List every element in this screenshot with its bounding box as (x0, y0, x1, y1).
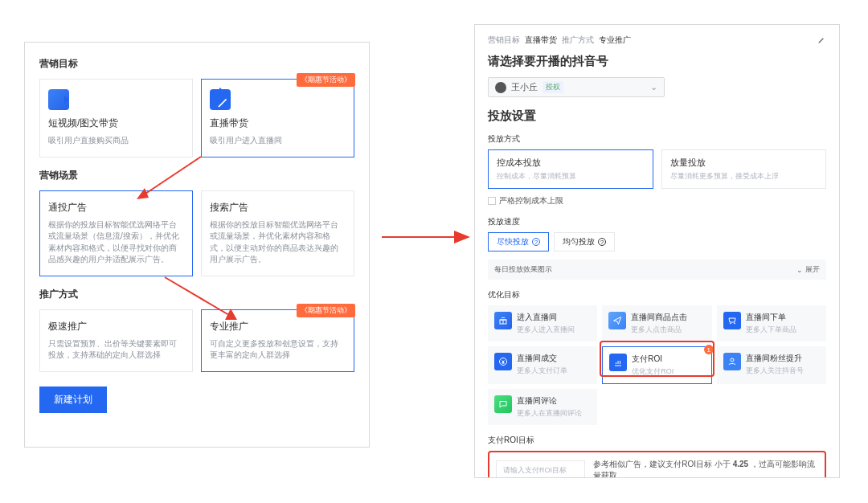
chart-icon (609, 354, 627, 371)
goal-desc: 更多人关注抖音号 (746, 366, 804, 376)
red-arrow-1 (129, 153, 217, 213)
money-icon (494, 353, 512, 370)
sub-optimize-goal: 优化目标 (488, 289, 826, 301)
checkbox-icon (488, 197, 496, 205)
card-title: 搜索广告 (210, 201, 346, 215)
left-panel: 营销目标 短视频/图文带货 吸引用户直接购买商品 《期惠节活动》 直播带货 吸引… (24, 42, 370, 448)
goal-desc: 更多人下单商品 (746, 325, 796, 335)
checkbox-label: 严格控制成本上限 (499, 195, 563, 207)
send-icon (608, 312, 626, 329)
goal-title: 直播间成交 (517, 353, 567, 364)
gift-icon (494, 312, 512, 329)
card-desc: 吸引用户进入直播间 (210, 135, 346, 147)
card-desc: 可自定义更多投放和创意设置，支持更丰富的定向人群选择 (210, 338, 346, 362)
goal-desc: 更多人点击商品 (631, 325, 687, 335)
crumb-value: 直播带货 (525, 35, 557, 46)
avatar-icon (495, 82, 506, 93)
chip-label: 均匀投放 (563, 236, 595, 247)
svg-line-2 (165, 277, 233, 317)
card-desc: 根据你的投放目标智能优选网络平台或流量场景（信息流/搜索），并优化素材内容和格式… (48, 219, 184, 266)
promo-badge: 《期惠节活动》 (297, 304, 355, 317)
svg-line-0 (141, 157, 201, 197)
goal-desc: 优化支付ROI (632, 366, 674, 377)
right-panel: 营销目标 直播带货 推广方式 专业推广 请选择要开播的抖音号 王小丘 授权 ⌄ … (474, 24, 840, 478)
sub-delivery-method: 投放方式 (488, 133, 826, 145)
goal-title: 进入直播间 (517, 312, 575, 323)
person-icon (723, 353, 741, 370)
crumb-label: 营销目标 (488, 35, 520, 46)
goal-desc: 更多人支付订单 (517, 366, 567, 376)
speed-even[interactable]: 均匀投放 ? (554, 232, 615, 251)
goal-transaction[interactable]: 直播间成交更多人支付订单 (488, 346, 597, 384)
goal-title: 直播间评论 (517, 395, 582, 407)
svg-marker-1 (137, 188, 149, 199)
sub-delivery-speed: 投放速度 (488, 216, 826, 227)
cart-icon (723, 312, 741, 329)
method-volume[interactable]: 放量投放 尽量消耗更多预算，接受成本上浮 (661, 149, 827, 189)
card-desc: 吸引用户直接购买商品 (48, 135, 184, 147)
card-live-goods[interactable]: 《期惠节活动》 直播带货 吸引用户进入直播间 (201, 79, 354, 157)
chevron-down-icon: ⌄ (650, 82, 657, 92)
goal-order[interactable]: 直播间下单更多人下单商品 (717, 305, 826, 341)
tv-icon (210, 89, 231, 110)
goal-product-click[interactable]: 直播间商品点击更多人点击商品 (602, 305, 711, 341)
breadcrumb: 营销目标 直播带货 推广方式 专业推广 (488, 35, 826, 46)
section-select-account: 请选择要开播的抖音号 (488, 54, 826, 69)
method-title: 控成本投放 (497, 157, 645, 169)
svg-point-8 (731, 358, 734, 362)
help-icon[interactable]: ? (598, 238, 606, 246)
orange-badge: 1 (704, 345, 714, 354)
roi-hint: 参考相似广告，建议支付ROI目标 小于 4.25 ，过高可能影响流量获取 (593, 459, 818, 478)
crumb-value: 专业推广 (599, 35, 631, 46)
red-arrow-3 (378, 225, 474, 249)
card-title: 直播带货 (210, 117, 346, 130)
red-arrow-2 (157, 273, 253, 333)
goal-desc: 更多人进入直播间 (517, 325, 575, 335)
expand-chevron-icon: ⌄ (796, 266, 803, 274)
expand-label: 每日投放效果图示 (494, 264, 552, 275)
section-marketing-goal: 营销目标 (39, 57, 354, 71)
crumb-label: 推广方式 (562, 35, 594, 46)
card-search-ad[interactable]: 搜索广告 根据你的投放目标智能优选网络平台或流量场景，并优化素材内容和格式，以便… (201, 190, 354, 276)
strict-cost-checkbox[interactable]: 严格控制成本上限 (488, 195, 826, 207)
svg-marker-5 (454, 231, 470, 243)
card-desc: 只需设置预算、出价等关键要素即可投放，支持基础的定向人群选择 (48, 338, 184, 362)
section-delivery-settings: 投放设置 (488, 108, 826, 124)
goal-title: 直播间商品点击 (631, 312, 687, 323)
method-desc: 控制成本，尽量消耗预算 (497, 171, 645, 182)
edit-icon[interactable] (817, 35, 826, 46)
goal-title: 直播间粉丝提升 (746, 353, 804, 364)
create-plan-button[interactable]: 新建计划 (39, 386, 107, 413)
sub-roi-target: 支付ROI目标 (488, 435, 826, 446)
daily-effect-expand[interactable]: 每日投放效果图示 ⌄展开 (488, 260, 826, 280)
auth-pill: 授权 (542, 81, 563, 93)
card-title: 短视频/图文带货 (48, 117, 184, 130)
method-title: 放量投放 (670, 157, 818, 169)
goal-title: 支付ROI (632, 354, 674, 365)
card-video-goods[interactable]: 短视频/图文带货 吸引用户直接购买商品 (39, 79, 193, 157)
roi-target-input[interactable]: 请输入支付ROI目标 (496, 460, 585, 479)
goal-desc: 更多人在直播间评论 (517, 408, 582, 419)
goal-title: 直播间下单 (746, 312, 796, 323)
help-icon[interactable]: ? (532, 238, 540, 246)
method-desc: 尽量消耗更多预算，接受成本上浮 (670, 171, 818, 182)
goal-pay-roi[interactable]: 1 支付ROI优化支付ROI (602, 346, 711, 384)
chat-icon (494, 395, 512, 413)
account-select[interactable]: 王小丘 授权 ⌄ (488, 77, 665, 97)
method-cost-control[interactable]: 控成本投放 控制成本，尽量消耗预算 (488, 149, 653, 189)
chip-label: 尽快投放 (497, 236, 529, 247)
goal-comments[interactable]: 直播间评论更多人在直播间评论 (488, 389, 597, 425)
account-name: 王小丘 (511, 81, 538, 93)
card-desc: 根据你的投放目标智能优选网络平台或流量场景，并优化素材内容和格式，以便主动对你的… (210, 219, 346, 266)
promo-badge: 《期惠节活动》 (297, 73, 355, 87)
goal-followers[interactable]: 直播间粉丝提升更多人关注抖音号 (717, 346, 826, 384)
goal-enter-live[interactable]: 进入直播间更多人进入直播间 (488, 305, 597, 341)
video-icon (48, 89, 69, 110)
speed-fast[interactable]: 尽快投放 ? (488, 232, 549, 251)
roi-target-row-highlight: 请输入支付ROI目标 参考相似广告，建议支付ROI目标 小于 4.25 ，过高可… (488, 451, 826, 478)
expand-action: 展开 (805, 264, 820, 275)
